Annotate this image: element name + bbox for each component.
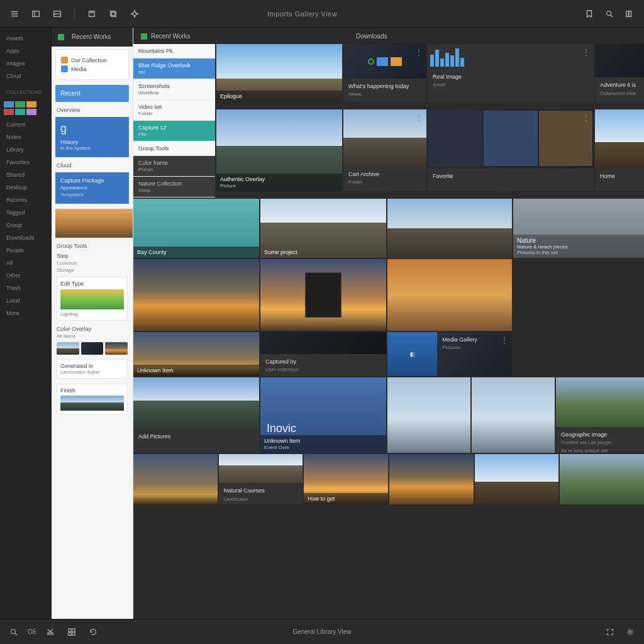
layout-icon[interactable]: [49, 6, 65, 22]
fullscreen-icon[interactable]: [602, 625, 618, 640]
sparkle-icon[interactable]: [126, 6, 143, 22]
rail-item[interactable]: Shared: [3, 169, 48, 180]
rail-item[interactable]: Tagged: [3, 207, 48, 218]
sidebar-header-label: Recent Works: [72, 33, 111, 40]
gallery-thumb[interactable]: [560, 454, 644, 504]
sidebar-finish[interactable]: Finish: [57, 384, 128, 414]
columns-icon[interactable]: [621, 6, 638, 22]
rail-item[interactable]: Group: [3, 219, 48, 231]
panel-icon[interactable]: [28, 6, 44, 22]
refresh-icon[interactable]: [86, 625, 101, 640]
panel-item[interactable]: Mountains Pk.: [133, 44, 215, 58]
gallery-thumb[interactable]: [428, 109, 594, 167]
minithumb[interactable]: [81, 342, 104, 355]
rail-item[interactable]: Apps: [3, 45, 48, 57]
save-icon[interactable]: [84, 6, 100, 22]
gallery-thumb[interactable]: How to get: [304, 454, 388, 504]
search-icon[interactable]: [601, 6, 618, 22]
more-icon[interactable]: ⋮: [501, 336, 508, 345]
app-tile[interactable]: ◧ Media GalleryPictures ⋮: [387, 332, 512, 376]
menu-icon[interactable]: [6, 6, 23, 22]
rail-item[interactable]: Local: [3, 295, 48, 306]
rail-item[interactable]: Desktop: [3, 182, 48, 193]
minithumb[interactable]: [105, 342, 128, 355]
grid-icon[interactable]: [64, 625, 79, 640]
minithumb[interactable]: [57, 342, 79, 355]
rail-item[interactable]: Images: [3, 58, 48, 69]
duplicate-icon[interactable]: [105, 6, 121, 22]
panel-item[interactable]: Capture 12File: [133, 121, 215, 142]
more-icon[interactable]: ⋮: [582, 113, 590, 122]
gallery-thumb[interactable]: Inovic Unknown ItemEvent Over: [260, 377, 386, 453]
panel-item-accent[interactable]: Blue Ridge Overlook set: [133, 58, 215, 79]
more-icon[interactable]: ⋮: [415, 113, 423, 122]
sidebar-generated[interactable]: Generated in Landscape digital: [57, 359, 128, 379]
rail-item[interactable]: Trash: [3, 282, 48, 294]
gallery-card[interactable]: Geographic imageContent via Lab pluginAs…: [556, 377, 644, 453]
panel-item-title: Blue Ridge Overlook: [138, 62, 191, 69]
gallery-thumb[interactable]: [387, 199, 512, 258]
sidebar-tile-recent[interactable]: Recent: [55, 85, 129, 102]
rail-item[interactable]: Favorites: [3, 157, 48, 168]
panel-item[interactable]: Video setFolder: [133, 100, 215, 121]
gallery-card[interactable]: Captured byUser collection: [260, 332, 386, 376]
gallery-thumb[interactable]: [133, 259, 259, 331]
rail-item[interactable]: Library: [3, 144, 48, 155]
gallery-thumb[interactable]: [133, 454, 218, 504]
dashboard-thumb[interactable]: Real ImageAsset ⋮: [428, 44, 594, 102]
status-center: General Library View: [292, 628, 351, 635]
status-bar: OE General Library View: [0, 619, 644, 644]
gallery-thumb[interactable]: [475, 454, 559, 504]
panel-item[interactable]: Color framePreset: [133, 156, 215, 177]
svg-rect-13: [69, 632, 71, 635]
settings-icon[interactable]: [623, 625, 638, 640]
rail-item[interactable]: Downloads: [3, 232, 48, 243]
rail-item[interactable]: Assets: [3, 33, 48, 44]
rail-item[interactable]: All: [3, 257, 48, 269]
rail-item[interactable]: Notes: [3, 131, 48, 143]
gallery-thumb[interactable]: Authentic OverlayPicture: [216, 109, 342, 191]
sidebar-tile-capture[interactable]: Capture Package Appearance Templates: [55, 172, 129, 204]
g-label1: History: [60, 139, 124, 145]
rail-item[interactable]: Recents: [3, 194, 48, 206]
rail-item[interactable]: Other: [3, 270, 48, 281]
gallery-thumb[interactable]: Epilogue: [216, 44, 342, 102]
rail-item[interactable]: People: [3, 245, 48, 256]
sidebar-thumbnail[interactable]: [55, 209, 133, 238]
gallery-thumb[interactable]: Bay County: [133, 199, 259, 258]
cut-icon[interactable]: [43, 625, 58, 640]
gallery-card[interactable]: Add Pictures: [133, 377, 259, 453]
rail-item[interactable]: Current: [3, 119, 48, 130]
sidebar-sub: All items: [57, 333, 128, 339]
rail-item[interactable]: More: [3, 308, 48, 319]
zoom-icon[interactable]: [6, 625, 21, 640]
more-icon[interactable]: ⋮: [415, 48, 423, 57]
thumb-caption: Unknown Item: [133, 365, 259, 376]
gallery-thumb[interactable]: [260, 259, 386, 331]
panel-item[interactable]: ScreenshotsWorkflow: [133, 79, 215, 100]
row-label: Templates: [60, 192, 124, 197]
gallery-thumb[interactable]: Unknown Item: [133, 332, 259, 376]
dashboard-thumb[interactable]: Adventure it isOuterworld view: [595, 44, 644, 102]
gallery-thumb[interactable]: Some project: [260, 199, 386, 258]
gallery-card[interactable]: Natural CoursesLandscape: [219, 454, 303, 504]
panel-item[interactable]: Nature CollectionDeep: [133, 177, 215, 197]
rail-item[interactable]: Cloud: [3, 70, 48, 82]
thumb-sub: Unknown Item: [264, 438, 301, 444]
sidebar-card-collection[interactable]: Our Collection Media: [55, 49, 129, 80]
gallery-thumb[interactable]: [472, 377, 555, 453]
gallery-thumb[interactable]: Cart ArchiveFolder ⋮: [343, 109, 426, 191]
gallery-thumb[interactable]: Home ⋮: [595, 109, 644, 191]
more-icon[interactable]: ⋮: [582, 48, 590, 57]
gallery-thumb-large[interactable]: Nature Nature & beach pieces Pictures in…: [513, 199, 644, 258]
gallery-thumb[interactable]: [387, 259, 512, 331]
sidebar-edit-type[interactable]: Edit Type Lighting: [57, 277, 128, 321]
section-title: Downloads: [356, 33, 387, 40]
bookmark-icon[interactable]: [581, 6, 597, 22]
folder-icon: [58, 34, 64, 40]
panel-item[interactable]: Group Tools: [133, 142, 215, 156]
gallery-thumb[interactable]: [387, 377, 470, 453]
sidebar-tile-g[interactable]: g History In the system: [55, 117, 129, 157]
gallery-thumb[interactable]: [389, 454, 474, 504]
dashboard-thumb[interactable]: What's happening todayNews ⋮: [343, 44, 426, 102]
